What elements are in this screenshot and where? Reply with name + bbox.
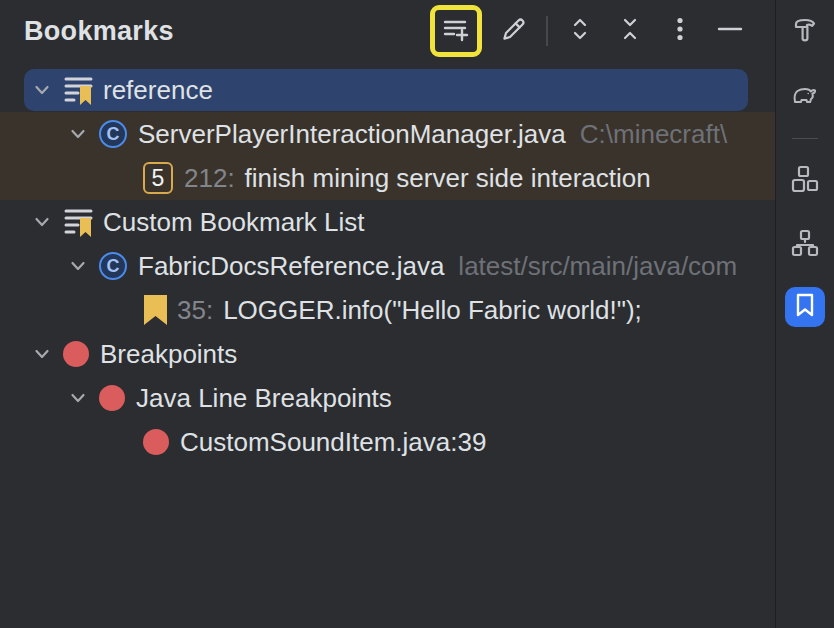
tree-row-reference-list[interactable]: reference <box>0 68 775 112</box>
bookmark-icon <box>143 294 168 326</box>
row-label: ServerPlayerInteractionManager.java <box>138 119 566 150</box>
hierarchy-tool-button[interactable] <box>785 225 825 265</box>
row-label: LOGGER.info("Hello Fabric world!"); <box>223 295 642 326</box>
tree-row-java-line-breakpoints[interactable]: Java Line Breakpoints <box>0 376 775 420</box>
row-line-number: 35: <box>177 295 213 326</box>
mnemonic-bookmark-icon: 5 <box>143 162 173 194</box>
bookmarks-panel: Bookmarks <box>0 0 775 628</box>
panel-title: Bookmarks <box>24 16 174 47</box>
row-file-path: C:\minecraft\ <box>580 119 727 150</box>
breakpoint-icon <box>99 385 125 411</box>
expand-all-icon <box>565 14 595 48</box>
bookmark-icon <box>793 292 817 322</box>
new-bookmark-list-button[interactable] <box>430 5 482 57</box>
row-file-path: latest/src/main/java/com <box>458 251 737 282</box>
gradle-tool-button[interactable] <box>785 76 825 116</box>
bookmark-list-icon <box>63 74 94 106</box>
chevron-down-icon[interactable] <box>66 123 90 145</box>
row-line-number: 212: <box>184 163 235 194</box>
collapse-all-button[interactable] <box>612 13 648 49</box>
hierarchy-icon <box>790 228 820 262</box>
expand-all-button[interactable] <box>562 13 598 49</box>
row-label: Custom Bookmark List <box>103 207 365 238</box>
gradle-elephant-icon <box>790 79 820 113</box>
row-label: Java Line Breakpoints <box>136 383 392 414</box>
pencil-icon <box>499 14 529 48</box>
bookmarks-tree: reference C ServerPlayerInteractionManag… <box>0 68 775 464</box>
java-class-icon: C <box>99 120 127 148</box>
hammer-icon <box>790 15 820 49</box>
row-label: CustomSoundItem.java:39 <box>180 427 486 458</box>
row-label: reference <box>103 75 213 106</box>
toolbar-divider <box>546 16 548 46</box>
bookmarks-tool-button[interactable] <box>785 287 825 327</box>
java-class-icon: C <box>99 252 127 280</box>
more-options-button[interactable] <box>662 13 698 49</box>
tree-row-bookmark-35[interactable]: 35: LOGGER.info("Hello Fabric world!"); <box>0 288 775 332</box>
tree-row-server-player-file[interactable]: C ServerPlayerInteractionManager.java C:… <box>0 112 775 156</box>
row-label: Breakpoints <box>100 339 237 370</box>
tree-row-custom-bookmark-list[interactable]: Custom Bookmark List <box>0 200 775 244</box>
chevron-down-icon[interactable] <box>30 79 54 101</box>
new-bookmark-list-icon <box>441 14 471 48</box>
collapse-all-icon <box>615 14 645 48</box>
bookmarks-tool-window: Bookmarks <box>0 0 834 628</box>
structure-tool-button[interactable] <box>785 161 825 201</box>
chevron-down-icon[interactable] <box>66 255 90 277</box>
structure-icon <box>790 164 820 198</box>
panel-toolbar <box>430 0 748 62</box>
tool-window-stripe <box>775 0 834 628</box>
row-label: FabricDocsReference.java <box>138 251 444 282</box>
stripe-divider <box>792 138 818 139</box>
chevron-down-icon[interactable] <box>30 343 54 365</box>
breakpoint-icon <box>143 429 169 455</box>
chevron-down-icon[interactable] <box>30 211 54 233</box>
breakpoint-icon <box>63 341 89 367</box>
tree-row-breakpoints[interactable]: Breakpoints <box>0 332 775 376</box>
minimize-icon <box>715 14 745 48</box>
tree-row-bookmark-212[interactable]: 5 212: finish mining server side interac… <box>0 156 775 200</box>
chevron-down-icon[interactable] <box>66 387 90 409</box>
kebab-menu-icon <box>665 14 695 48</box>
build-tool-button[interactable] <box>785 12 825 52</box>
tree-row-fabric-docs-file[interactable]: C FabricDocsReference.java latest/src/ma… <box>0 244 775 288</box>
bookmark-list-icon <box>63 206 94 238</box>
edit-bookmark-button[interactable] <box>496 13 532 49</box>
hide-panel-button[interactable] <box>712 13 748 49</box>
row-label: finish mining server side interaction <box>245 163 651 194</box>
tree-row-custom-sound-breakpoint[interactable]: CustomSoundItem.java:39 <box>0 420 775 464</box>
